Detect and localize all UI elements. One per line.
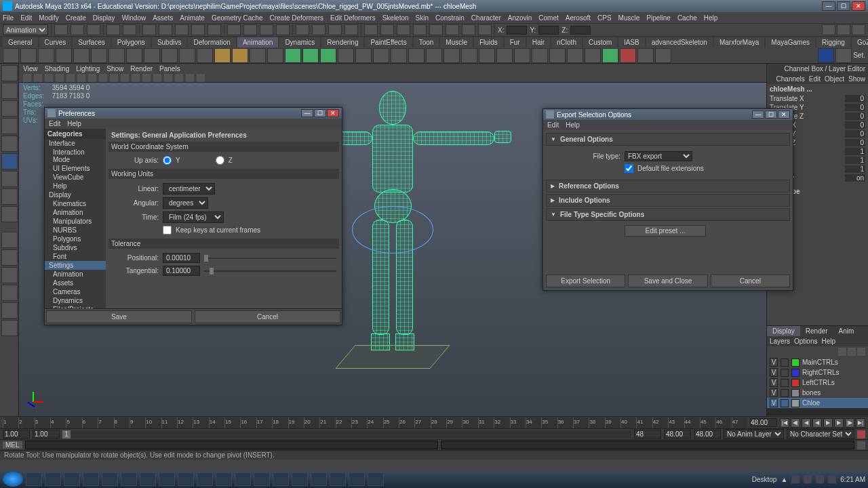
render-icon[interactable] — [243, 24, 257, 35]
tab-advskeleton[interactable]: advancedSkeleton — [646, 37, 713, 47]
redo-icon[interactable] — [123, 24, 136, 35]
new-scene-icon[interactable] — [54, 24, 68, 35]
shelf-icon[interactable] — [338, 48, 354, 63]
tab-deformation[interactable]: Deformation — [188, 37, 235, 47]
shelf-icon[interactable] — [144, 48, 160, 63]
mask6-icon[interactable] — [446, 24, 459, 35]
attr-value[interactable]: 1 — [845, 148, 865, 155]
shelf-icon[interactable] — [91, 48, 107, 63]
menu-createdef[interactable]: Create Deformers — [270, 14, 323, 22]
taskbar-icon[interactable] — [349, 472, 365, 486]
menu-assets[interactable]: Assets — [153, 14, 173, 22]
attr-value[interactable]: 0 — [845, 113, 865, 120]
goto-start-icon[interactable]: |◀ — [780, 418, 789, 428]
module-selector[interactable]: Animation — [3, 24, 48, 35]
tab-rendering[interactable]: Rendering — [321, 37, 363, 47]
attr-value[interactable]: 1 — [845, 157, 865, 164]
attr-value[interactable]: on — [845, 174, 865, 182]
prefs-menu-edit[interactable]: Edit — [49, 120, 60, 127]
history-icon[interactable] — [227, 24, 241, 35]
vp-tool-icon[interactable] — [197, 74, 205, 82]
mask1-icon[interactable] — [364, 24, 378, 35]
tab-gozbrush[interactable]: GoZBrush — [852, 37, 868, 47]
edit-preset-button[interactable]: Edit preset ... — [625, 225, 707, 237]
save-scene-icon[interactable] — [87, 24, 100, 35]
shelf-icon[interactable] — [3, 48, 19, 63]
tab-iasb[interactable]: lASB — [618, 37, 644, 47]
layout-single-icon[interactable] — [1, 232, 18, 248]
prefs-maximize-button[interactable]: ☐ — [314, 109, 326, 117]
vp-menu-view[interactable]: View — [23, 65, 38, 73]
layer-vis[interactable]: V — [770, 368, 778, 377]
range-end[interactable] — [634, 430, 661, 439]
attr-value[interactable]: 0 — [845, 121, 865, 129]
maximize-button[interactable]: ☐ — [837, 1, 850, 11]
anim-layer-select[interactable]: No Anim Layer — [724, 429, 784, 439]
shelf-icon[interactable] — [214, 48, 231, 63]
range-start[interactable] — [33, 430, 60, 439]
vp-tool-icon[interactable] — [34, 74, 42, 82]
shelf-set-icon[interactable] — [835, 48, 852, 63]
mask2-icon[interactable] — [380, 24, 394, 35]
tab-general[interactable]: General — [3, 37, 38, 47]
mask3-icon[interactable] — [397, 24, 410, 35]
range-thumb[interactable]: 1 — [62, 430, 71, 439]
mask7-icon[interactable] — [462, 24, 475, 35]
prefs-category[interactable]: Kinematics — [45, 199, 106, 208]
tab-hair[interactable]: Hair — [527, 37, 550, 47]
prefs-category[interactable]: NURBS — [45, 226, 106, 235]
tab-custom[interactable]: Custom — [583, 37, 617, 47]
shelf-icon[interactable] — [108, 48, 125, 63]
layer-row[interactable]: VRightCTRLs — [767, 367, 868, 378]
shelf-icon[interactable] — [602, 48, 618, 63]
layout-graph-icon[interactable] — [1, 320, 18, 336]
tab-painteffects[interactable]: PaintEffects — [365, 37, 412, 47]
time-select[interactable]: Film (24 fps) — [163, 211, 224, 223]
range-end-max[interactable] — [664, 430, 691, 439]
tab-curves[interactable]: Curves — [39, 37, 72, 47]
sel-comp-icon[interactable] — [344, 24, 358, 35]
shelf-icon[interactable] — [197, 48, 213, 63]
menu-edit[interactable]: Edit — [20, 14, 32, 22]
cmd-input[interactable] — [25, 441, 439, 449]
prefs-category[interactable]: Animation — [45, 270, 106, 279]
vp-tool-icon[interactable] — [121, 74, 129, 82]
range-end-total[interactable] — [694, 430, 721, 439]
taskbar-icon[interactable] — [216, 472, 232, 486]
cb-tab-channels[interactable]: Channels — [776, 75, 805, 83]
export-sec-general[interactable]: ▼ General Options — [546, 133, 790, 146]
mask5-icon[interactable] — [429, 24, 443, 35]
layer-menu-layers[interactable]: Layers — [770, 338, 790, 345]
menu-create[interactable]: Create — [66, 14, 86, 22]
start-button[interactable] — [3, 472, 23, 487]
vp-tool-icon[interactable] — [88, 74, 96, 82]
menu-skeleton[interactable]: Skeleton — [382, 14, 409, 22]
shelf-icon[interactable] — [161, 48, 178, 63]
open-scene-icon[interactable] — [71, 24, 84, 35]
layer-color[interactable] — [791, 379, 800, 387]
render-settings-icon[interactable] — [276, 24, 290, 35]
layout-persp-icon[interactable] — [1, 267, 18, 283]
taskbar-icon[interactable] — [102, 472, 118, 486]
menu-cache[interactable]: Cache — [677, 14, 697, 22]
taskbar-icon[interactable] — [292, 472, 308, 486]
angular-select[interactable]: degrees — [163, 197, 208, 209]
snap-grid-icon[interactable] — [142, 24, 156, 35]
script-editor-icon[interactable] — [857, 441, 865, 449]
menu-help[interactable]: Help — [704, 14, 718, 22]
prefs-category[interactable]: Manipulators — [45, 217, 106, 226]
default-ext-checkbox[interactable] — [625, 164, 633, 173]
linear-select[interactable]: centimeter — [163, 183, 215, 195]
shelf-icon[interactable] — [514, 48, 530, 63]
channelbox-icon[interactable] — [852, 24, 865, 35]
menu-comet[interactable]: Comet — [538, 14, 558, 22]
shelf-icon[interactable] — [267, 48, 283, 63]
shelf-icon[interactable] — [179, 48, 195, 63]
shelf-icon[interactable] — [443, 48, 460, 63]
export-menu-help[interactable]: Help — [566, 121, 580, 129]
shelf-icon[interactable] — [532, 48, 548, 63]
shelf-icon[interactable] — [461, 48, 477, 63]
layout-outliner-icon[interactable] — [1, 285, 18, 301]
vp-tool-icon[interactable] — [110, 74, 118, 82]
cb-tab-show[interactable]: Show — [848, 75, 865, 83]
